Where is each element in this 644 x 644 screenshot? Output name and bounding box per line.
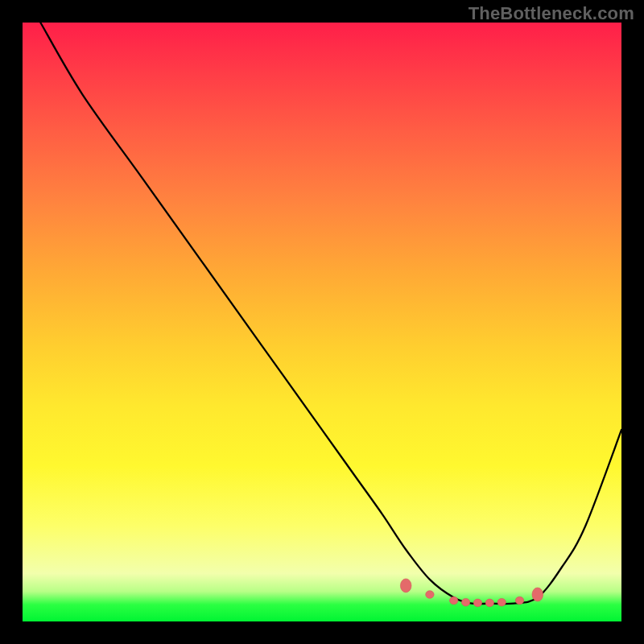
marker-dot <box>532 588 543 601</box>
bottleneck-curve <box>40 23 621 604</box>
marker-dot <box>400 579 411 592</box>
attribution-text: TheBottleneck.com <box>469 3 634 24</box>
marker-dot <box>450 597 458 605</box>
curve-svg <box>23 23 621 621</box>
marker-dot <box>497 598 506 606</box>
marker-dot <box>473 599 481 607</box>
chart-stage: TheBottleneck.com <box>0 0 644 644</box>
marker-dot <box>515 597 523 605</box>
marker-dot <box>461 598 469 606</box>
marker-dot <box>485 599 493 607</box>
optimal-range-markers <box>400 579 543 607</box>
plot-area <box>23 23 621 621</box>
marker-dot <box>426 591 434 599</box>
